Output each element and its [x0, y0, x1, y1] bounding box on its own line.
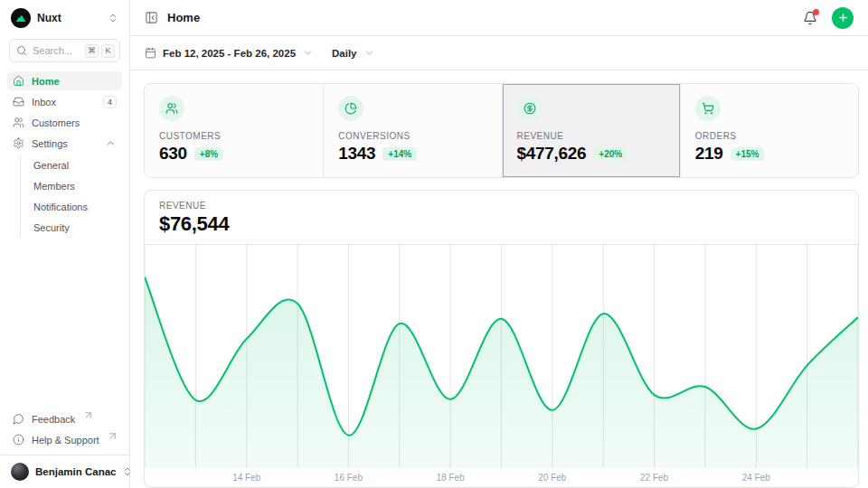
dollar-circle-icon	[517, 96, 542, 121]
stat-value: $477,626	[517, 144, 587, 164]
stat-label: CONVERSIONS	[338, 131, 486, 141]
users-icon	[13, 117, 24, 128]
settings-sub-menu: GeneralMembersNotificationsSecurity	[20, 155, 122, 237]
pie-chart-icon	[338, 96, 363, 121]
sidebar-item-inbox[interactable]: Inbox 4	[7, 92, 122, 111]
sidebar-item-label: Inbox	[32, 97, 96, 108]
x-axis-tick: 20 Feb	[538, 473, 566, 483]
user-name: Benjamin Canac	[35, 466, 116, 477]
topbar: Home	[130, 0, 868, 36]
sidebar: Nuxt Search... ⌘ K Home Inbox 4 Customer…	[0, 0, 130, 488]
stat-value: 1343	[338, 144, 375, 164]
info-icon	[13, 434, 24, 446]
stat-delta-badge: +14%	[382, 147, 417, 161]
filterbar: Feb 12, 2025 - Feb 26, 2025 Daily	[130, 36, 868, 70]
x-axis-tick: 14 Feb	[232, 473, 260, 483]
chevron-down-icon	[302, 47, 314, 59]
stat-value-row: $477,626 +20%	[517, 144, 665, 164]
inbox-count-badge: 4	[103, 96, 117, 108]
x-axis-tick: 22 Feb	[640, 473, 668, 483]
stat-card-orders[interactable]: ORDERS 219 +15%	[680, 84, 858, 177]
stat-delta-badge: +15%	[731, 147, 765, 161]
users-stat-icon	[159, 96, 184, 121]
calendar-icon	[145, 47, 156, 59]
chart-header: REVENUE $76,544	[145, 191, 858, 245]
footer-link-label: Help & Support	[32, 435, 99, 446]
stat-value-row: 1343 +14%	[338, 144, 486, 164]
date-range-picker[interactable]: Feb 12, 2025 - Feb 26, 2025	[145, 47, 314, 59]
period-label: Daily	[332, 48, 357, 59]
search-icon	[16, 45, 27, 56]
panel-left-close-icon	[145, 11, 158, 24]
stat-label: REVENUE	[517, 131, 665, 141]
stat-card-conversions[interactable]: CONVERSIONS 1343 +14%	[323, 84, 501, 177]
sidebar-link-help-support[interactable]: Help & Support	[7, 430, 122, 449]
content: CUSTOMERS 630 +8% CONVERSIONS 1343 +14% …	[130, 70, 868, 488]
sidebar-sub-item-general[interactable]: General	[21, 155, 122, 174]
stat-value-row: 630 +8%	[159, 144, 308, 164]
chevrons-up-down-icon	[108, 13, 118, 23]
team-name: Nuxt	[37, 12, 101, 24]
search-input[interactable]: Search... ⌘ K	[9, 39, 120, 62]
sidebar-item-label: Home	[32, 76, 117, 87]
sidebar-item-home[interactable]: Home	[7, 71, 122, 90]
sidebar-sub-item-notifications[interactable]: Notifications	[21, 197, 122, 216]
app-window: Nuxt Search... ⌘ K Home Inbox 4 Customer…	[0, 0, 868, 488]
notification-dot	[813, 9, 819, 15]
sidebar-footer-links: Feedback Help & Support	[0, 409, 129, 455]
chart-x-axis: 14 Feb16 Feb18 Feb20 Feb22 Feb24 Feb	[145, 468, 858, 487]
gear-icon	[13, 137, 24, 149]
revenue-chart-panel: REVENUE $76,544 14 Feb16 Feb18 Feb20 Feb…	[144, 190, 859, 488]
footer-link-label: Feedback	[32, 414, 75, 425]
stat-delta-badge: +20%	[593, 147, 627, 161]
stats-row: CUSTOMERS 630 +8% CONVERSIONS 1343 +14% …	[144, 83, 859, 178]
sidebar-item-settings[interactable]: Settings	[7, 134, 122, 153]
arrow-up-right-icon	[107, 430, 118, 442]
stat-value: 219	[695, 144, 723, 164]
sidebar-item-label: Settings	[32, 138, 98, 149]
stat-card-customers[interactable]: CUSTOMERS 630 +8%	[145, 84, 323, 177]
add-button[interactable]	[832, 7, 854, 29]
cart-icon	[695, 96, 721, 121]
x-axis-tick: 18 Feb	[437, 473, 465, 483]
chevron-down-icon	[363, 47, 375, 59]
search-placeholder: Search...	[33, 45, 80, 56]
chart-total: $76,544	[159, 212, 844, 236]
message-circle-icon	[13, 413, 24, 425]
sidebar-link-feedback[interactable]: Feedback	[7, 409, 122, 428]
sidebar-nav: Home Inbox 4 Customers Settings GeneralM…	[0, 71, 129, 238]
page-title: Home	[167, 11, 794, 24]
plus-icon	[837, 12, 849, 23]
x-axis-tick: 24 Feb	[742, 473, 770, 483]
revenue-area-chart[interactable]	[145, 245, 858, 468]
kbd-cmd: ⌘	[85, 44, 99, 58]
stat-label: ORDERS	[695, 131, 844, 141]
stat-label: CUSTOMERS	[159, 131, 308, 141]
stat-value-row: 219 +15%	[695, 144, 844, 164]
arrow-up-right-icon	[82, 409, 94, 421]
stat-delta-badge: +8%	[194, 147, 223, 161]
stat-card-revenue[interactable]: REVENUE $477,626 +20%	[502, 84, 680, 177]
chevron-up-icon	[105, 137, 117, 149]
user-menu-button[interactable]: Benjamin Canac	[11, 463, 118, 481]
date-range-label: Feb 12, 2025 - Feb 26, 2025	[163, 48, 296, 59]
search-shortcut: ⌘ K	[85, 44, 115, 58]
period-select[interactable]: Daily	[332, 47, 375, 59]
sidebar-user-section: Benjamin Canac	[0, 455, 129, 488]
sidebar-spacer	[0, 238, 129, 409]
main-area: Home Feb 12, 2025 - Feb 26, 2025 Daily	[130, 0, 868, 488]
sidebar-sub-item-security[interactable]: Security	[21, 218, 122, 237]
nuxt-logo-icon	[11, 8, 31, 28]
inbox-icon	[13, 96, 24, 108]
kbd-k: K	[101, 44, 115, 58]
sidebar-sub-item-members[interactable]: Members	[21, 176, 122, 195]
x-axis-tick: 16 Feb	[335, 473, 363, 483]
stat-value: 630	[159, 144, 187, 164]
collapse-sidebar-button[interactable]	[145, 11, 158, 24]
team-switcher-button[interactable]: Nuxt	[11, 8, 118, 28]
sidebar-item-label: Customers	[32, 117, 117, 128]
notifications-button[interactable]	[803, 11, 817, 25]
sidebar-item-customers[interactable]: Customers	[7, 113, 122, 132]
avatar	[11, 463, 29, 481]
house-icon	[13, 75, 24, 87]
